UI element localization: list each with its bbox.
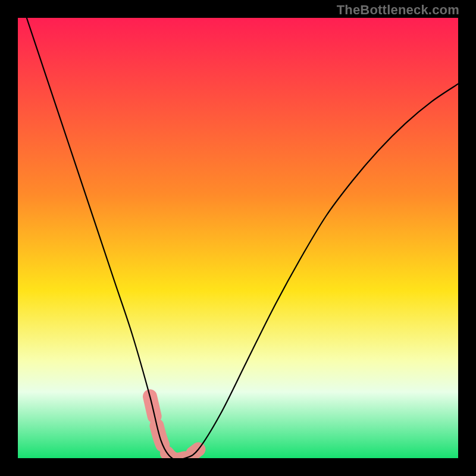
plot-area [18,18,458,458]
chart-frame: TheBottleneck.com [0,0,476,476]
chart-svg [18,18,458,458]
watermark-text: TheBottleneck.com [337,2,459,18]
gradient-background [18,18,458,458]
